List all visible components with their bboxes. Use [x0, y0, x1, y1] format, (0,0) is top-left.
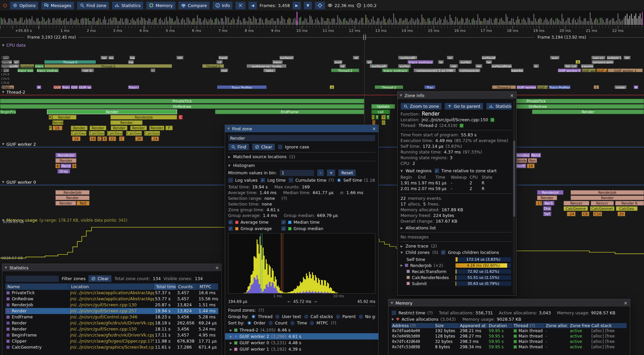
- cpu-zone[interactable]: composer@2.1-se [HW: [414, 69, 456, 72]
- collapse-icon[interactable]: ▼: [2, 142, 4, 146]
- scrollbar[interactable]: [513, 100, 516, 294]
- timeline-zone[interactable]: Render: [55, 201, 76, 206]
- timeline-zone[interactable]: 18.: [53, 126, 62, 130]
- info-button[interactable]: Info: [212, 1, 233, 10]
- collapse-icon[interactable]: ▼: [2, 44, 4, 47]
- thread-header[interactable]: ▼GUIF worker 0: [2, 180, 36, 184]
- cpu-zone[interactable]: et: [339, 64, 346, 68]
- found-group-row[interactable]: ▶GUIF worker 0(3,231)4.48 s: [225, 340, 378, 346]
- column-header[interactable]: Name: [5, 283, 69, 290]
- radio-option[interactable]: Call stacks: [304, 314, 333, 319]
- cpu-zone[interactable]: audioserver /audio: [247, 64, 286, 68]
- cpu-zone[interactable]: surfaceflin: [482, 56, 496, 59]
- close-icon[interactable]: ×: [372, 126, 376, 131]
- appeared-at[interactable]: 298.21 ms: [459, 328, 488, 334]
- column-header[interactable]: Call stack: [591, 323, 627, 328]
- timeline-zone[interactable]: Render: [532, 109, 644, 114]
- prev-frame-button[interactable]: ◀: [248, 1, 257, 10]
- column-header[interactable]: Zone alloc: [545, 323, 569, 328]
- timeline-zone[interactable]: 9: [72, 164, 76, 168]
- timeline-zone[interactable]: 22: [109, 136, 116, 141]
- cpu-zone[interactable]: GUIF-w: [596, 69, 607, 72]
- cpu-zone[interactable]: kworke: [511, 69, 524, 72]
- cpu-zone[interactable]: surfac: [459, 60, 472, 64]
- table-row[interactable]: BeginFramejni/../jni/src/claw/gfx/drv/vk…: [5, 332, 218, 338]
- cpu-zone[interactable]: Thread-2: [331, 69, 359, 72]
- cpu-zone[interactable]: Tracy: [62, 85, 70, 89]
- allocation-row[interactable]: 0x7dfc42d64032 bytes298.3 ms59.95 sMain …: [391, 339, 627, 344]
- timeline-zone[interactable]: 8: [55, 164, 60, 168]
- legend-item[interactable]: ✓Group average: [228, 226, 278, 231]
- cpu-zone[interactable]: tracy_systrace: [37, 69, 58, 72]
- cpu-zone[interactable]: Tracy |: [128, 85, 139, 89]
- cumulate-time-checkbox[interactable]: Cumulate time(?): [288, 178, 334, 183]
- address[interactable]: 0x7dfc42d640: [391, 339, 434, 344]
- help-icon[interactable]: (?): [328, 178, 334, 183]
- expand-icon[interactable]: ▶: [230, 341, 232, 345]
- timeline-zone[interactable]: CalcGeome: [564, 206, 588, 211]
- messages-button[interactable]: Messages: [41, 1, 74, 10]
- cpu-zone[interactable]: fot_col: [564, 64, 578, 68]
- table-row[interactable]: Clipperjni/../jni/src/claw/gfx/geo/Clipp…: [5, 338, 218, 344]
- restrict-time-checkbox[interactable]: Restrict time (?): [391, 310, 433, 315]
- timeline-zone[interactable]: CalcGeo: [71, 131, 87, 136]
- memory-button[interactable]: Memory: [146, 1, 176, 10]
- legend-item[interactable]: ✓Average time: [228, 220, 278, 225]
- cpu-zone[interactable]: Thread-2: [44, 60, 96, 64]
- timeline-zone[interactable]: Ren: [528, 158, 537, 163]
- timeline-zone[interactable]: 26: [135, 136, 143, 141]
- active-allocations-row[interactable]: ▼ ♥ Active allocations (3,043) Memory us…: [391, 317, 627, 322]
- cpu-zone[interactable]: GUIF worker 1: [608, 69, 643, 72]
- clear-filter-button[interactable]: Clear: [88, 275, 112, 282]
- close-icon[interactable]: ×: [510, 93, 514, 98]
- appeared-at[interactable]: 298.34 ms: [459, 344, 488, 350]
- thread-header[interactable]: ▼GUIF worker 2: [2, 142, 36, 146]
- timeline-zone[interactable]: 8: [102, 136, 107, 141]
- timeline-zone[interactable]: call: [371, 109, 390, 114]
- cpu-zone[interactable]: tracy_systrace: [382, 69, 409, 72]
- collapse-icon[interactable]: ▼: [391, 318, 394, 321]
- collapse-icon[interactable]: ▼: [2, 180, 4, 184]
- statistics-titlebar[interactable]: ▼ Statistics ×: [2, 264, 221, 272]
- cpu-zone[interactable]: rot_d: [81, 69, 94, 72]
- cpu-zone[interactable]: Tracy Profiler: [217, 85, 267, 89]
- appeared-at[interactable]: 298.3 ms: [459, 339, 488, 344]
- zone-info-titlebar[interactable]: ▼ Zone info ×: [397, 92, 516, 99]
- call-stack[interactable]: [alloc] [free: [591, 339, 627, 344]
- cpu-zone[interactable]: surfaceflinge: [491, 64, 512, 68]
- cpu-zone[interactable]: -: [151, 69, 155, 72]
- cpu-zone[interactable]: lai: [101, 56, 108, 59]
- timeline-zone[interactable]: EndFrame: [215, 109, 364, 114]
- found-group-row[interactable]: ▶Thread-2(4,105)6.46 s: [225, 327, 378, 333]
- cpu-zone[interactable]: rot: [449, 64, 458, 68]
- options-button[interactable]: Options: [10, 1, 39, 10]
- cpu-zone[interactable]: Tracy Profiler: [549, 85, 571, 89]
- address[interactable]: 0x7dfaa64e00: [391, 328, 434, 334]
- column-header[interactable]: Counts: [176, 283, 198, 290]
- cpu-zone[interactable]: audi: [334, 60, 343, 64]
- table-row[interactable]: RenderJobjni/../jni/src/guif/Screen.cpp:…: [5, 302, 218, 308]
- cpu-zone[interactable]: kw: [129, 56, 135, 59]
- timeline-zone[interactable]: Render: [55, 158, 76, 163]
- timeline-zone[interactable]: Render: [52, 115, 76, 120]
- expand-icon[interactable]: ▶: [400, 245, 403, 248]
- timeline-zone[interactable]: RenderJ: [515, 153, 530, 158]
- cpu-zone[interactable]: au: [108, 56, 114, 59]
- timeline-zone[interactable]: Rencer: [564, 201, 589, 206]
- timeline-zone[interactable]: -17: [536, 201, 542, 206]
- timeline-zone[interactable]: II: [382, 120, 386, 125]
- cpu-zone[interactable]: aux: [550, 56, 560, 59]
- timeline-zone[interactable]: Render: [55, 195, 90, 200]
- cpu-zone[interactable]: GUIF-work: [582, 69, 596, 72]
- collapse-icon[interactable]: ▼: [228, 164, 230, 167]
- radio-option[interactable]: Parent: [336, 314, 356, 319]
- cpu-zone[interactable]: GUIF worker 2: [517, 85, 537, 89]
- timeline-zone[interactable]: F: [165, 126, 172, 130]
- child-zone-row[interactable]: Submit35.63 us (0.79%): [400, 280, 512, 286]
- tools-button[interactable]: [235, 1, 246, 10]
- timeline-zone[interactable]: BeginFrame: [0, 109, 16, 114]
- cpu-zone[interactable]: sen-ss: [591, 56, 605, 59]
- cpu-zone[interactable]: system_s: [607, 56, 622, 59]
- timeline-zone[interactable]: CalcGeo: [89, 131, 105, 136]
- min-bin-input[interactable]: [279, 170, 314, 176]
